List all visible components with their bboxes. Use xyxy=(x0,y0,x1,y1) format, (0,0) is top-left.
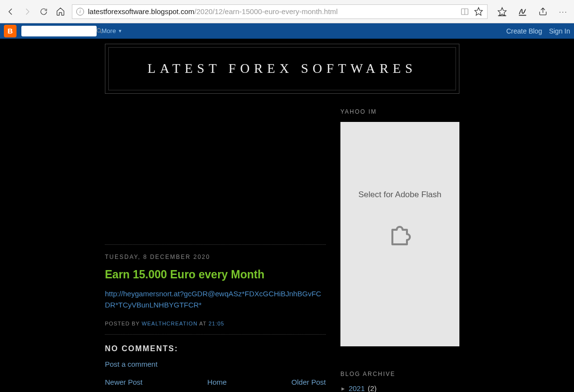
expand-arrow-icon[interactable]: ► xyxy=(340,386,346,392)
blogger-search-input[interactable] xyxy=(23,28,96,34)
post-nav: Newer Post Home Older Post xyxy=(105,378,326,386)
page-viewport[interactable]: LATEST FOREX SOFTWARES TUESDAY, 8 DECEMB… xyxy=(0,39,574,392)
older-post-link[interactable]: Older Post xyxy=(291,378,326,386)
archive-year[interactable]: 2021 xyxy=(349,384,365,392)
refresh-button[interactable] xyxy=(39,7,49,17)
create-blog-link[interactable]: Create Blog xyxy=(506,27,542,35)
posted-by-label: POSTED BY xyxy=(105,321,142,326)
address-bar[interactable]: i latestforexsoftware.blogspot.com/2020/… xyxy=(72,4,488,19)
at-label: AT xyxy=(198,321,209,326)
blogger-navbar: B More ▼ Create Blog Sign In xyxy=(0,23,574,39)
sign-in-link[interactable]: Sign In xyxy=(549,27,570,35)
post-body-link[interactable]: http://heygamersnort.at?gcGDR@ewqASz*FDX… xyxy=(105,288,326,311)
header-frame: LATEST FOREX SOFTWARES xyxy=(105,44,459,94)
divider xyxy=(105,334,326,335)
share-icon[interactable] xyxy=(538,7,548,17)
archive-count: (2) xyxy=(368,384,376,392)
blog-archive: BLOG ARCHIVE ► 2021 (2) xyxy=(340,371,459,392)
post-title[interactable]: Earn 15.000 Euro every Month xyxy=(105,268,326,281)
site-title[interactable]: LATEST FOREX SOFTWARES xyxy=(114,61,451,76)
notes-icon[interactable] xyxy=(518,7,527,17)
home-button[interactable] xyxy=(55,7,65,17)
post-author[interactable]: WEALTHCREATION xyxy=(142,321,198,326)
newer-post-link[interactable]: Newer Post xyxy=(105,378,143,386)
toolbar-right: ··· xyxy=(497,7,568,17)
url-path: /2020/12/earn-15000-euro-every-month.htm… xyxy=(194,7,338,16)
forward-button[interactable] xyxy=(22,7,32,17)
main-column: TUESDAY, 8 DECEMBER 2020 Earn 15.000 Eur… xyxy=(105,108,326,392)
post-meta: POSTED BY WEALTHCREATION AT 21:05 xyxy=(105,321,326,326)
post-time[interactable]: 21:05 xyxy=(208,321,224,326)
favorites-list-icon[interactable] xyxy=(497,7,507,17)
back-button[interactable] xyxy=(6,7,16,17)
yahoo-im-heading: YAHOO IM xyxy=(340,108,459,115)
blogger-logo-icon[interactable]: B xyxy=(4,25,17,37)
post-date: TUESDAY, 8 DECEMBER 2020 xyxy=(105,254,326,260)
puzzle-icon xyxy=(385,219,416,250)
home-link[interactable]: Home xyxy=(207,378,227,386)
sidebar: YAHOO IM Select for Adobe Flash BLOG ARC… xyxy=(340,108,459,392)
flash-placeholder[interactable]: Select for Adobe Flash xyxy=(340,122,459,346)
blogger-more-dropdown[interactable]: More ▼ xyxy=(101,27,122,34)
svg-point-6 xyxy=(97,29,101,33)
more-label: More xyxy=(101,27,116,34)
divider xyxy=(105,244,326,245)
reading-view-icon[interactable] xyxy=(460,7,469,16)
more-icon[interactable]: ··· xyxy=(558,7,568,17)
svg-marker-2 xyxy=(475,8,483,16)
chevron-down-icon: ▼ xyxy=(118,29,122,34)
favorite-star-icon[interactable] xyxy=(474,7,483,16)
post-comment-link[interactable]: Post a comment xyxy=(105,360,157,368)
url-text[interactable]: latestforexsoftware.blogspot.com/2020/12… xyxy=(88,7,456,16)
comments-heading: NO COMMENTS: xyxy=(105,344,326,353)
archive-item[interactable]: ► 2021 (2) xyxy=(340,384,459,392)
url-host: latestforexsoftware.blogspot.com xyxy=(88,7,194,16)
svg-marker-3 xyxy=(498,7,506,16)
browser-toolbar: i latestforexsoftware.blogspot.com/2020/… xyxy=(0,0,574,23)
blogger-search[interactable] xyxy=(21,26,97,36)
site-info-icon[interactable]: i xyxy=(76,8,84,16)
archive-heading: BLOG ARCHIVE xyxy=(340,371,459,377)
flash-text: Select for Adobe Flash xyxy=(358,190,441,200)
